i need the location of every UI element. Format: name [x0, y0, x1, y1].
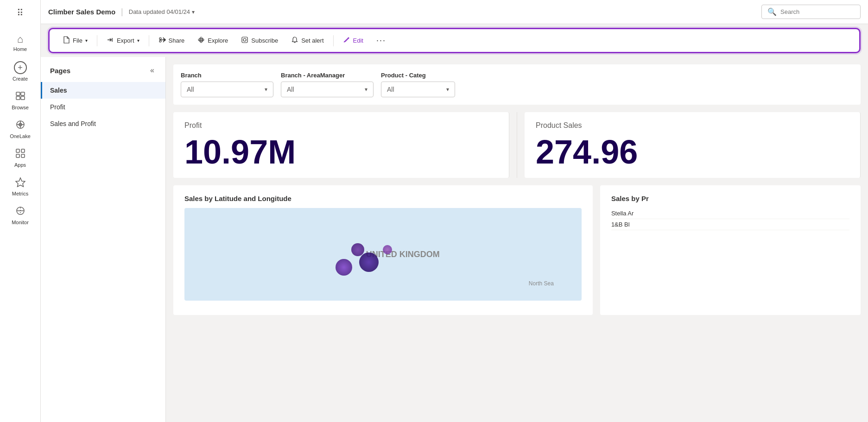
- map-area: UNITED KINGDOM North Sea: [184, 208, 582, 301]
- file-button-label: File: [73, 37, 82, 44]
- explore-button-label: Explore: [208, 37, 228, 44]
- filter-area-manager-value: All: [287, 86, 294, 93]
- filter-branch-select[interactable]: All ▾: [181, 82, 273, 97]
- svg-rect-9: [21, 149, 25, 152]
- updated-text: Data updated 04/01/24: [129, 8, 190, 15]
- home-icon: ⌂: [17, 34, 23, 44]
- map-dot-2: [359, 252, 379, 272]
- sidebar-item-label-apps: Apps: [14, 162, 26, 168]
- kpi-profit-label: Profit: [184, 121, 498, 130]
- main-area: Climber Sales Demo | Data updated 04/01/…: [41, 0, 868, 422]
- explore-button[interactable]: Explore: [192, 33, 234, 48]
- set-alert-button[interactable]: Set alert: [285, 33, 329, 48]
- sidebar-item-create[interactable]: + Create: [0, 57, 40, 86]
- map-chart-card: Sales by Latitude and Longitude UNITED K…: [173, 185, 593, 315]
- svg-point-22: [200, 39, 202, 41]
- pages-collapse-button[interactable]: «: [148, 64, 156, 76]
- file-chevron-icon: ▾: [85, 38, 88, 43]
- edit-button[interactable]: Edit: [337, 33, 369, 48]
- subscribe-button[interactable]: Subscribe: [235, 33, 284, 48]
- more-options-button[interactable]: ···: [371, 33, 392, 48]
- title-separator: |: [121, 7, 123, 17]
- map-chart-title: Sales by Latitude and Longitude: [184, 195, 582, 202]
- bell-icon: [291, 36, 298, 45]
- filter-branch-label: Branch: [181, 72, 273, 79]
- sidebar-item-metrics[interactable]: Metrics: [0, 172, 40, 201]
- file-icon: [63, 36, 70, 45]
- filter-area-manager-label: Branch - AreaManager: [281, 72, 374, 79]
- filter-branch-chevron-icon: ▾: [265, 86, 267, 93]
- edit-icon: [343, 36, 350, 45]
- svg-point-17: [159, 38, 161, 39]
- svg-rect-23: [242, 37, 247, 43]
- subscribe-icon: [241, 36, 248, 45]
- kpi-profit-card: Profit 10.97M: [173, 112, 509, 178]
- filter-product-category-label: Product - Categ: [381, 72, 455, 79]
- metrics-icon: [15, 177, 25, 189]
- onelake-icon: [15, 120, 25, 132]
- monitor-icon: [15, 206, 25, 218]
- filter-product-category-value: All: [387, 86, 394, 93]
- filter-product-category: Product - Categ All ▾: [381, 72, 455, 97]
- filters-row: Branch All ▾ Branch - AreaManager All ▾ …: [173, 64, 861, 105]
- set-alert-button-label: Set alert: [301, 37, 323, 44]
- nav-dots-icon[interactable]: ⠿: [13, 4, 27, 22]
- content-area: Pages « Sales Profit Sales and Profit Br…: [41, 57, 868, 422]
- sidebar-item-onelake[interactable]: OneLake: [0, 115, 40, 144]
- sidebar-item-label-browse: Browse: [12, 105, 29, 110]
- kpi-product-sales-label: Product Sales: [536, 121, 849, 130]
- app-title: Climber Sales Demo: [48, 8, 115, 16]
- file-button[interactable]: File ▾: [57, 33, 93, 48]
- sidebar-item-home[interactable]: ⌂ Home: [0, 30, 40, 57]
- top-bar: Climber Sales Demo | Data updated 04/01/…: [41, 0, 868, 24]
- map-sea-label: North Sea: [529, 280, 554, 287]
- toolbar-divider-3: [333, 35, 334, 46]
- export-chevron-icon: ▾: [137, 38, 139, 43]
- kpi-product-sales-value: 274.96: [536, 135, 849, 169]
- sidebar-item-browse[interactable]: Browse: [0, 86, 40, 115]
- svg-point-24: [243, 38, 246, 41]
- sidebar-item-monitor[interactable]: Monitor: [0, 201, 40, 230]
- share-button[interactable]: Share: [153, 33, 190, 48]
- page-item-sales[interactable]: Sales: [41, 82, 165, 99]
- filter-branch: Branch All ▾: [181, 72, 273, 97]
- sidebar-item-label-create: Create: [13, 76, 28, 82]
- apps-icon: [15, 148, 25, 160]
- sidebar-item-label-onelake: OneLake: [10, 133, 31, 139]
- share-icon: [158, 36, 166, 45]
- data-updated-button[interactable]: Data updated 04/01/24 ▾: [129, 8, 195, 15]
- svg-rect-0: [16, 92, 20, 95]
- explore-icon: [197, 36, 205, 45]
- share-button-label: Share: [169, 37, 185, 44]
- filter-area-manager-select[interactable]: All ▾: [281, 82, 374, 97]
- filter-product-category-chevron-icon: ▾: [446, 86, 449, 93]
- charts-row: Sales by Latitude and Longitude UNITED K…: [173, 185, 861, 315]
- create-icon: +: [14, 61, 27, 74]
- search-input[interactable]: [780, 8, 855, 15]
- page-item-label-sales: Sales: [50, 87, 67, 94]
- page-item-label-profit: Profit: [50, 103, 65, 111]
- export-button[interactable]: Export ▾: [101, 33, 145, 48]
- toolbar-divider-1: [97, 35, 97, 46]
- search-icon: 🔍: [767, 7, 777, 16]
- kpi-product-sales-card: Product Sales 274.96: [525, 112, 861, 178]
- page-item-profit[interactable]: Profit: [41, 99, 165, 115]
- search-box[interactable]: 🔍: [761, 5, 861, 19]
- svg-rect-1: [21, 92, 25, 95]
- filter-product-category-select[interactable]: All ▾: [381, 82, 455, 97]
- kpi-profit-value: 10.97M: [184, 135, 498, 169]
- page-item-label-sales-and-profit: Sales and Profit: [50, 120, 96, 127]
- toolbar-divider-2: [149, 35, 149, 46]
- filter-branch-value: All: [187, 86, 194, 93]
- filter-area-manager-chevron-icon: ▾: [365, 86, 367, 93]
- right-chart-title: Sales by Pr: [611, 195, 849, 202]
- right-chart-item-1: Stella Ar: [611, 208, 849, 219]
- sidebar-item-apps[interactable]: Apps: [0, 144, 40, 172]
- svg-rect-11: [21, 154, 25, 157]
- svg-rect-3: [21, 96, 25, 100]
- page-item-sales-and-profit[interactable]: Sales and Profit: [41, 115, 165, 132]
- kpi-separator: [517, 112, 517, 178]
- edit-button-label: Edit: [353, 37, 363, 44]
- sidebar-item-label-monitor: Monitor: [12, 220, 29, 225]
- svg-point-18: [159, 40, 161, 42]
